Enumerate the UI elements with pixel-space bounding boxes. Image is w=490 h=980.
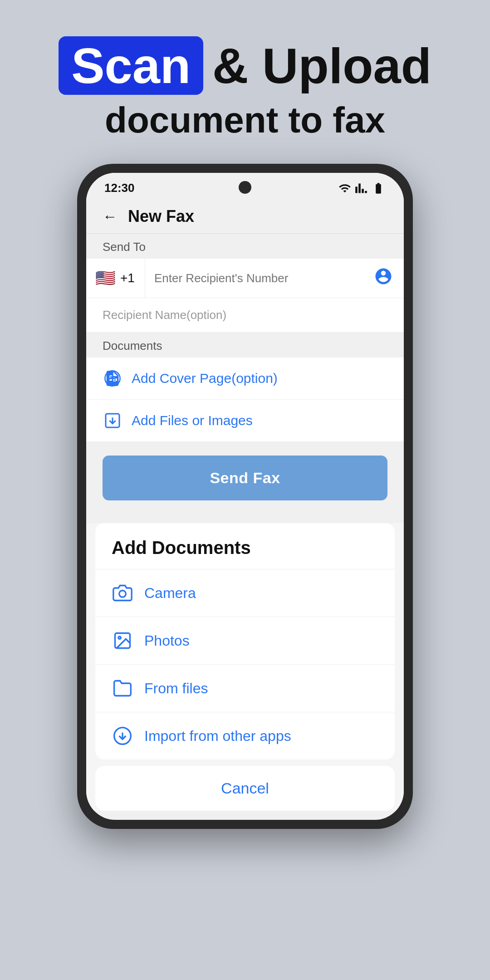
- add-files-icon: [103, 411, 122, 431]
- documents-label: Documents: [86, 333, 404, 358]
- top-bar: ← New Fax: [86, 200, 404, 234]
- phone-frame: 12:30: [77, 164, 413, 829]
- add-documents-card: Add Documents Camera: [95, 523, 395, 760]
- send-to-label: Send To: [86, 234, 404, 259]
- add-docs-photos-option[interactable]: Photos: [95, 617, 395, 664]
- battery-icon: [371, 182, 386, 195]
- import-label: Import from other apps: [144, 728, 291, 745]
- cancel-button[interactable]: Cancel: [95, 766, 395, 811]
- bottom-sheet: Add Documents Camera: [86, 523, 404, 811]
- status-icons: [338, 182, 386, 195]
- svg-point-6: [118, 637, 121, 639]
- add-docs-camera-option[interactable]: Camera: [95, 569, 395, 617]
- country-code: +1: [120, 271, 135, 285]
- folder-icon: [112, 677, 133, 699]
- photos-label: Photos: [144, 632, 190, 649]
- add-cover-page-label: Add Cover Page(option): [132, 371, 278, 386]
- add-documents-title: Add Documents: [95, 523, 395, 569]
- header-section: Scan & Upload document to fax: [0, 36, 490, 141]
- country-selector[interactable]: 🇺🇸 +1: [86, 259, 145, 298]
- add-cover-page-row[interactable]: Add Cover Page(option): [86, 358, 404, 400]
- add-docs-import-option[interactable]: Import from other apps: [95, 712, 395, 760]
- camera-icon: [112, 582, 133, 604]
- add-files-label: Add Files or Images: [132, 413, 253, 428]
- recipient-name-placeholder: Recipient Name(option): [103, 308, 226, 322]
- import-icon: [112, 725, 133, 747]
- status-time: 12:30: [104, 181, 135, 195]
- front-camera: [239, 181, 251, 194]
- phone-screen: 12:30: [86, 173, 404, 820]
- add-cover-page-icon: [103, 368, 122, 388]
- header-title: Scan & Upload: [0, 36, 490, 95]
- camera-label: Camera: [144, 585, 196, 602]
- svg-point-4: [119, 591, 126, 598]
- recipient-name-input[interactable]: Recipient Name(option): [86, 298, 404, 333]
- add-docs-files-option[interactable]: From files: [95, 664, 395, 712]
- add-files-row[interactable]: Add Files or Images: [86, 400, 404, 442]
- wifi-icon: [338, 182, 351, 195]
- phone-wrapper: 12:30: [77, 164, 413, 829]
- signal-icon: [355, 182, 368, 195]
- send-fax-section: Send Fax: [86, 442, 404, 514]
- photos-icon: [112, 630, 133, 652]
- scan-badge: Scan: [59, 36, 203, 95]
- header-subtitle: document to fax: [0, 99, 490, 141]
- status-bar: 12:30: [86, 173, 404, 200]
- contact-picker-button[interactable]: [363, 260, 404, 297]
- send-to-row: 🇺🇸 +1: [86, 259, 404, 298]
- page-title: New Fax: [128, 207, 194, 226]
- back-button[interactable]: ←: [103, 208, 117, 225]
- upload-label: & Upload: [212, 38, 431, 93]
- cancel-card: Cancel: [95, 766, 395, 811]
- flag-emoji: 🇺🇸: [95, 269, 116, 288]
- phone-number-input[interactable]: [145, 261, 363, 295]
- send-fax-button[interactable]: Send Fax: [103, 456, 387, 500]
- from-files-label: From files: [144, 680, 208, 697]
